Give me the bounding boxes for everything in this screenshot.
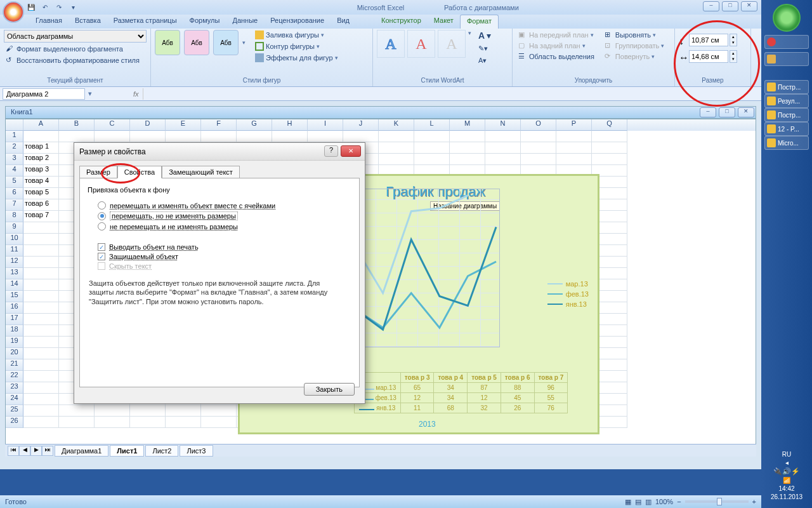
bring-front-button[interactable]: ▣На передний план — [516, 30, 596, 40]
row-header[interactable]: 16 — [6, 302, 23, 314]
shape-effects-button[interactable]: Эффекты для фигур — [253, 53, 340, 63]
height-input[interactable]: 10,87 см — [689, 34, 728, 46]
undo-icon[interactable]: ↶ — [39, 2, 51, 13]
wordart-style-2[interactable]: A — [407, 30, 435, 58]
cell[interactable] — [308, 131, 343, 142]
row-header[interactable]: 5 — [6, 177, 23, 188]
dialog-tab-properties[interactable]: Свойства — [117, 166, 162, 178]
cell[interactable] — [166, 417, 201, 428]
cell[interactable] — [556, 142, 592, 154]
cell[interactable] — [23, 325, 59, 337]
col-header[interactable]: G — [237, 119, 272, 131]
sheet-tab[interactable]: Лист1 — [110, 445, 144, 457]
sheet-nav-prev[interactable]: ◀ — [19, 446, 30, 456]
cell[interactable] — [521, 131, 556, 142]
col-header[interactable]: M — [450, 119, 485, 131]
cell[interactable]: товар 6 — [23, 199, 59, 211]
send-back-button[interactable]: ▢На задний план — [516, 41, 596, 51]
dialog-help-button[interactable]: ? — [324, 145, 338, 157]
col-header[interactable]: J — [343, 119, 379, 131]
row-header[interactable]: 4 — [6, 165, 23, 177]
row-header[interactable]: 6 — [6, 188, 23, 199]
taskbar-item[interactable]: Постр... — [764, 80, 809, 94]
shape-style-gallery[interactable]: Абв Абв Абв ▾ — [155, 30, 246, 55]
cell[interactable] — [23, 268, 59, 279]
col-header[interactable]: C — [95, 119, 130, 131]
cell[interactable]: товар 5 — [23, 188, 59, 199]
cell[interactable] — [556, 131, 592, 142]
cell[interactable] — [130, 417, 166, 428]
cell[interactable] — [23, 348, 59, 359]
cell[interactable] — [23, 337, 59, 348]
tab-review[interactable]: Рецензирование — [264, 15, 331, 29]
wordart-style-3[interactable]: A — [438, 30, 466, 58]
minimize-button[interactable]: – — [703, 1, 719, 11]
cell[interactable] — [23, 234, 59, 245]
cell[interactable] — [343, 131, 379, 142]
cell[interactable] — [95, 131, 130, 142]
wordart-more-icon[interactable]: ▾ — [468, 30, 471, 36]
col-header[interactable]: A — [23, 119, 59, 131]
cell[interactable] — [23, 257, 59, 268]
cell[interactable] — [485, 154, 521, 165]
row-header[interactable]: 1 — [6, 131, 23, 142]
sheet-tab[interactable]: Лист2 — [145, 445, 178, 457]
row-header[interactable]: 19 — [6, 337, 23, 348]
column-headers[interactable]: ABCDEFGHIJKLMNOPQ — [6, 119, 756, 131]
col-header[interactable]: E — [166, 119, 201, 131]
cell[interactable] — [95, 417, 130, 428]
taskbar-item[interactable]: Micro... — [764, 136, 809, 150]
tab-layout[interactable]: Макет — [428, 15, 460, 29]
row-header[interactable]: 11 — [6, 245, 23, 257]
text-effects-icon[interactable]: A▾ — [476, 56, 493, 65]
row-header[interactable]: 24 — [6, 394, 23, 405]
start-button[interactable] — [773, 4, 801, 32]
check-print[interactable]: ✓ — [98, 243, 105, 251]
row-header[interactable]: 18 — [6, 325, 23, 337]
col-header[interactable]: H — [272, 119, 308, 131]
cell[interactable] — [201, 405, 237, 417]
col-header[interactable]: N — [485, 119, 521, 131]
cell[interactable] — [23, 417, 59, 428]
cell[interactable] — [23, 359, 59, 371]
close-button[interactable]: ✕ — [741, 1, 757, 11]
shape-style-1[interactable]: Абв — [155, 30, 180, 55]
dialog-tab-alttext[interactable]: Замещающий текст — [162, 166, 240, 178]
cell[interactable] — [95, 405, 130, 417]
cell[interactable] — [521, 142, 556, 154]
cell[interactable] — [485, 142, 521, 154]
sheet-tab[interactable]: Лист3 — [180, 445, 213, 457]
shape-fill-button[interactable]: Заливка фигуры — [253, 30, 340, 40]
formula-input[interactable] — [143, 88, 761, 100]
row-header[interactable]: 13 — [6, 268, 23, 279]
tray-expand-icon[interactable]: ◂ — [771, 459, 802, 466]
row-header[interactable]: 26 — [6, 417, 23, 428]
row-header[interactable]: 25 — [6, 405, 23, 417]
row-header[interactable]: 7 — [6, 199, 23, 211]
col-header[interactable]: P — [556, 119, 592, 131]
cell[interactable] — [23, 405, 59, 417]
cell[interactable] — [592, 142, 627, 154]
cell[interactable] — [592, 154, 627, 165]
cell[interactable] — [201, 417, 237, 428]
text-outline-icon[interactable]: ✎▾ — [476, 44, 493, 53]
col-header[interactable]: Q — [592, 119, 627, 131]
zoom-in-button[interactable]: + — [752, 498, 756, 505]
row-header[interactable]: 12 — [6, 257, 23, 268]
cell[interactable] — [414, 131, 450, 142]
cell[interactable] — [23, 245, 59, 257]
view-normal-icon[interactable]: ▦ — [625, 498, 631, 506]
col-header[interactable]: B — [59, 119, 95, 131]
cell[interactable] — [23, 394, 59, 405]
cell[interactable] — [237, 131, 272, 142]
tray-icons[interactable]: 🔌🔊⚡ — [771, 467, 802, 476]
row-header[interactable]: 3 — [6, 154, 23, 165]
dialog-title-bar[interactable]: Размер и свойства ? ✕ — [74, 143, 365, 161]
col-header[interactable]: F — [201, 119, 237, 131]
tray-signal-icon[interactable]: 📶 — [771, 477, 802, 484]
row-header[interactable]: 20 — [6, 348, 23, 359]
row-header[interactable]: 17 — [6, 314, 23, 325]
name-box[interactable]: Диаграмма 2 — [3, 88, 85, 100]
text-fill-icon[interactable]: A▾ — [476, 30, 493, 41]
height-spinner[interactable]: ▴▾ — [730, 34, 737, 46]
